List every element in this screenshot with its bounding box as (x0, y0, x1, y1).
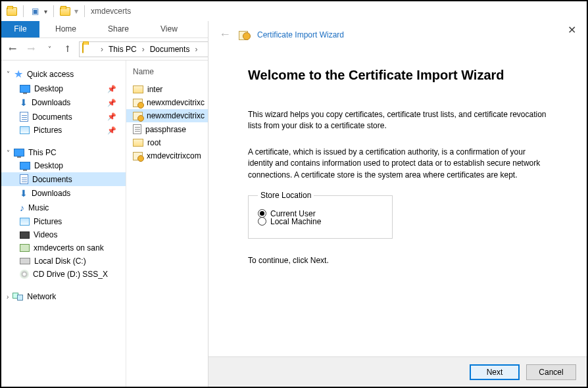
wizard-back-button: ← (218, 28, 232, 41)
crumb-this-pc[interactable]: This PC (107, 45, 138, 54)
wizard-paragraph: A certificate, which is issued by a cert… (248, 147, 547, 181)
back-button[interactable]: 🠔 (5, 42, 20, 57)
chevron-down-icon: ˅ (7, 149, 10, 157)
fieldset-legend: Store Location (258, 191, 314, 200)
tab-view[interactable]: View (145, 21, 193, 37)
sidebar: ˅ ★ Quick access Desktop 📌 ⬇Downloads 📌 … (1, 61, 126, 387)
next-button[interactable]: Next (470, 364, 520, 380)
sidebar-item-label: CD Drive (D:) SSS_X (33, 270, 108, 279)
sidebar-item-label: Pictures (34, 217, 62, 226)
sidebar-item-label: Desktop (34, 161, 63, 170)
chevron-right-icon: › (7, 293, 9, 301)
sidebar-item-network[interactable]: › Network (1, 290, 126, 303)
folder-icon (7, 6, 17, 16)
tab-home[interactable]: Home (39, 21, 92, 37)
sidebar-item-desktop[interactable]: Desktop 📌 (1, 82, 126, 95)
pin-icon: 📌 (107, 85, 116, 93)
sidebar-item-label: Desktop (34, 84, 63, 93)
forward-button: 🠖 (24, 42, 38, 57)
network-icon (12, 293, 23, 301)
music-icon: ♪ (20, 203, 24, 213)
cancel-button[interactable]: Cancel (526, 364, 576, 380)
wizard-title: Certificate Import Wizard (257, 30, 344, 39)
radio-label: Local Machine (270, 217, 321, 226)
file-name: newxmdevcitrixc (147, 98, 205, 107)
sidebar-item-label: Documents (32, 175, 72, 184)
folder-icon[interactable] (60, 6, 70, 16)
chevron-right-icon[interactable]: › (191, 45, 201, 54)
drive-icon (20, 258, 30, 264)
sidebar-item-music[interactable]: ♪Music (1, 201, 126, 215)
qat-dropdown-icon[interactable]: ▾ (44, 8, 47, 15)
sidebar-item-videos[interactable]: Videos (1, 228, 126, 241)
properties-icon[interactable]: ▣ (30, 6, 40, 16)
sidebar-item-label: Downloads (32, 189, 70, 198)
radio-icon (258, 217, 266, 226)
up-button[interactable]: 🠕 (61, 42, 75, 57)
download-icon: ⬇ (20, 188, 28, 199)
radio-local-machine[interactable]: Local Machine (258, 214, 383, 229)
sidebar-item-label: Downloads (32, 98, 70, 107)
text-file-icon (133, 124, 141, 134)
store-location-group: Store Location Current User Local Machin… (248, 195, 393, 239)
wizard-dialog: ✕ ← Certificate Import Wizard Welcome to… (208, 21, 587, 387)
sidebar-item-documents[interactable]: Documents (1, 172, 126, 186)
sidebar-item-label: Documents (32, 112, 72, 122)
chevron-right-icon[interactable]: › (138, 45, 149, 54)
sidebar-item-label: Quick access (27, 70, 74, 79)
file-name: root (147, 138, 161, 147)
sidebar-item-label: Videos (34, 230, 57, 239)
sidebar-item-label: Pictures (34, 126, 62, 135)
crumb-documents[interactable]: Documents (149, 45, 191, 54)
chevron-down-icon: ˅ (7, 70, 10, 78)
folder-icon (133, 139, 143, 147)
download-icon: ⬇ (20, 97, 28, 108)
sidebar-item-downloads[interactable]: ⬇Downloads 📌 (1, 95, 126, 110)
certificate-icon (133, 152, 143, 160)
tab-share[interactable]: Share (92, 21, 145, 37)
desktop-icon (20, 85, 30, 93)
sidebar-item-this-pc[interactable]: ˅ This PC (1, 146, 126, 159)
network-drive-icon (20, 244, 30, 252)
wizard-continue-text: To continue, click Next. (248, 256, 547, 265)
sidebar-item-desktop[interactable]: Desktop (1, 159, 126, 172)
pin-icon: 📌 (107, 99, 116, 107)
sidebar-item-local-disk[interactable]: Local Disk (C:) (1, 255, 126, 268)
sidebar-item-label: xmdevcerts on sank (34, 243, 104, 253)
cd-icon (20, 270, 29, 279)
sidebar-item-quick-access[interactable]: ˅ ★ Quick access (1, 66, 126, 82)
sidebar-item-pictures[interactable]: Pictures (1, 215, 126, 228)
window-title: xmdevcerts (91, 7, 131, 16)
star-icon: ★ (14, 68, 23, 80)
wizard-header: ← Certificate Import Wizard (208, 21, 587, 48)
sidebar-item-netdrive[interactable]: xmdevcerts on sank (1, 241, 126, 255)
file-name: inter (147, 85, 162, 94)
sidebar-item-cd-drive[interactable]: CD Drive (D:) SSS_X (1, 268, 126, 281)
sidebar-item-downloads[interactable]: ⬇Downloads (1, 186, 126, 201)
desktop-icon (20, 162, 30, 170)
pictures-icon (20, 218, 30, 226)
chevron-right-icon[interactable]: › (97, 45, 107, 54)
title-bar: ▣ ▾ ▾ xmdevcerts (1, 1, 587, 21)
folder-icon (82, 43, 94, 55)
pin-icon: 📌 (107, 112, 116, 121)
folder-icon (133, 85, 143, 93)
document-icon (20, 174, 28, 184)
sidebar-item-label: Music (28, 203, 49, 212)
close-button[interactable]: ✕ (560, 24, 583, 39)
tab-file[interactable]: File (1, 21, 39, 37)
pc-icon (14, 149, 24, 157)
file-name: xmdevcitrixcom (147, 151, 201, 160)
certificate-icon (133, 99, 143, 107)
videos-icon (20, 231, 30, 239)
sidebar-item-label: Local Disk (C:) (34, 256, 86, 266)
sidebar-item-documents[interactable]: Documents 📌 (1, 110, 126, 124)
sidebar-item-pictures[interactable]: Pictures 📌 (1, 124, 126, 137)
file-name: passphrase (145, 125, 186, 134)
certificate-icon (239, 30, 251, 40)
pictures-icon (20, 126, 30, 134)
wizard-paragraph: This wizard helps you copy certificates,… (248, 109, 547, 132)
wizard-welcome-heading: Welcome to the Certificate Import Wizard (248, 68, 547, 83)
pin-icon: 📌 (107, 126, 116, 135)
history-dropdown[interactable]: ˅ (42, 42, 57, 57)
